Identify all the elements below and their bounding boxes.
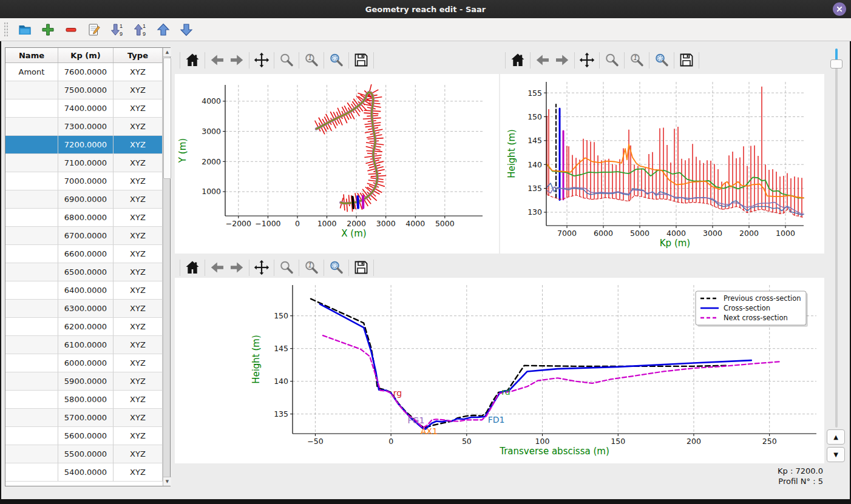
table-row[interactable]: 6600.0000XYZ [5, 245, 163, 263]
table-row[interactable]: 6200.0000XYZ [5, 318, 163, 336]
table-cell[interactable]: 7000.0000 [58, 172, 114, 190]
table-cell[interactable]: 6000.0000 [58, 354, 114, 372]
move-down-button[interactable] [178, 21, 195, 38]
zoom-region-button[interactable] [652, 50, 671, 70]
table-row[interactable]: Amont7600.0000XYZ [5, 63, 163, 81]
zoom-region-button[interactable] [327, 50, 346, 70]
back-button[interactable] [208, 50, 227, 70]
table-row[interactable]: 5500.0000XYZ [5, 445, 163, 463]
table-cell[interactable]: 6200.0000 [58, 318, 114, 336]
table-row[interactable]: 5400.0000XYZ [5, 463, 163, 482]
table-cell[interactable]: 6400.0000 [58, 281, 114, 300]
scrollbar-thumb[interactable] [163, 58, 171, 179]
zoom-button[interactable] [277, 258, 296, 277]
table-scrollbar[interactable]: ▲ ▼ [163, 48, 170, 486]
table-cell[interactable]: 5500.0000 [58, 445, 114, 463]
table-cell[interactable] [5, 263, 58, 281]
table-cell[interactable]: 6100.0000 [58, 336, 114, 354]
table-row[interactable]: 5900.0000XYZ [5, 372, 163, 391]
zoom-button[interactable] [277, 50, 296, 70]
home-button[interactable] [183, 50, 202, 70]
cross-section-canvas[interactable]: −50050100150200250135140145150Transverse… [175, 278, 824, 463]
table-cell[interactable] [5, 300, 58, 318]
zoom-one-button[interactable]: 1 [627, 50, 646, 70]
table-cell[interactable]: XYZ [114, 318, 163, 336]
table-cell[interactable] [5, 409, 58, 427]
profile-up-button[interactable]: ▲ [827, 429, 845, 445]
table-row[interactable]: 6500.0000XYZ [5, 263, 163, 281]
table-cell[interactable]: XYZ [114, 99, 163, 118]
forward-button[interactable] [552, 50, 572, 70]
table-cell[interactable]: XYZ [114, 154, 163, 172]
plan-view-canvas[interactable]: −2000−1000010002000300040005000100020003… [175, 74, 499, 254]
table-cell[interactable]: XYZ [114, 190, 163, 209]
table-cell[interactable]: 5400.0000 [58, 463, 114, 482]
table-cell[interactable]: XYZ [114, 391, 163, 409]
zoom-one-button[interactable]: 1 [302, 258, 321, 277]
table-cell[interactable] [5, 172, 58, 190]
table-cell[interactable]: XYZ [114, 136, 163, 154]
table-cell[interactable]: 7300.0000 [58, 118, 114, 136]
table-cell[interactable]: 6900.0000 [58, 190, 114, 209]
table-cell[interactable]: 7400.0000 [58, 99, 114, 118]
table-cell[interactable]: XYZ [114, 427, 163, 445]
table-cell[interactable] [5, 281, 58, 300]
table-row[interactable]: 5800.0000XYZ [5, 391, 163, 409]
table-row[interactable]: 6800.0000XYZ [5, 209, 163, 227]
zoom-region-button[interactable] [327, 258, 346, 277]
table-row[interactable]: 7000.0000XYZ [5, 172, 163, 190]
table-row[interactable]: 7100.0000XYZ [5, 154, 163, 172]
back-button[interactable] [208, 258, 227, 277]
forward-button[interactable] [227, 50, 246, 70]
table-cell[interactable]: XYZ [114, 372, 163, 391]
table-row[interactable]: 7300.0000XYZ [5, 118, 163, 136]
forward-button[interactable] [227, 258, 246, 277]
open-button[interactable] [16, 21, 33, 38]
table-row[interactable]: 6400.0000XYZ [5, 281, 163, 300]
slider-groove[interactable] [835, 49, 838, 428]
table-row[interactable]: 5600.0000XYZ [5, 427, 163, 445]
table-cell[interactable]: 6800.0000 [58, 209, 114, 227]
table-cell[interactable]: XYZ [114, 118, 163, 136]
table-cell[interactable] [5, 354, 58, 372]
table-cell[interactable] [5, 227, 58, 245]
table-cell[interactable]: XYZ [114, 172, 163, 190]
back-button[interactable] [533, 50, 552, 70]
table-row[interactable]: 6000.0000XYZ [5, 354, 163, 372]
table-cell[interactable]: XYZ [114, 245, 163, 263]
zoom-button[interactable] [602, 50, 622, 70]
table-row[interactable]: 6300.0000XYZ [5, 300, 163, 318]
pan-button[interactable] [577, 50, 597, 70]
table-cell[interactable] [5, 318, 58, 336]
table-cell[interactable] [5, 445, 58, 463]
table-cell[interactable] [5, 427, 58, 445]
home-button[interactable] [183, 258, 202, 277]
close-button[interactable] [833, 2, 846, 16]
save-button[interactable] [351, 258, 371, 277]
table-cell[interactable] [5, 245, 58, 263]
save-button[interactable] [351, 50, 371, 70]
table-cell[interactable] [5, 154, 58, 172]
table-row[interactable]: 5700.0000XYZ [5, 409, 163, 427]
sort-ascending-button[interactable]: 19 [132, 21, 149, 38]
pan-button[interactable] [252, 258, 271, 277]
table-cell[interactable]: XYZ [114, 263, 163, 281]
table-cell[interactable]: 5700.0000 [58, 409, 114, 427]
table-cell[interactable]: XYZ [114, 81, 163, 99]
slider-handle[interactable] [830, 59, 843, 69]
table-cell[interactable]: 6700.0000 [58, 227, 114, 245]
table-cell[interactable] [5, 81, 58, 99]
table-cell[interactable]: XYZ [114, 281, 163, 300]
profile-down-button[interactable]: ▼ [827, 447, 845, 462]
edit-profile-button[interactable] [86, 21, 103, 38]
home-button[interactable] [508, 50, 527, 70]
save-button[interactable] [677, 50, 696, 70]
table-cell[interactable]: 5800.0000 [58, 391, 114, 409]
column-header-type[interactable]: Type [114, 48, 163, 62]
table-row[interactable]: 6700.0000XYZ [5, 227, 163, 245]
table-cell[interactable] [5, 118, 58, 136]
remove-profile-button[interactable] [63, 21, 80, 38]
table-cell[interactable]: 7500.0000 [58, 81, 114, 99]
table-cell[interactable]: XYZ [114, 63, 163, 81]
table-row[interactable]: 7200.0000XYZ [5, 136, 163, 154]
